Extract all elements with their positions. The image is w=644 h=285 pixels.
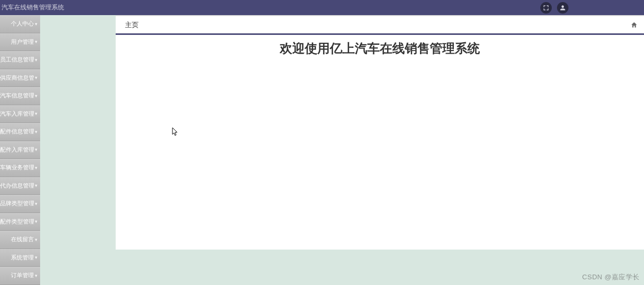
sidebar-item-personal-center[interactable]: 个人中心 ▾ [0,15,40,33]
watermark: CSDN @嘉应学长 [582,272,640,282]
sidebar-item-label: 用户管理 [11,38,34,46]
sidebar-item-label: 系统管理 [11,254,34,262]
expand-icon [542,4,550,11]
chevron-down-icon: ▾ [35,165,38,170]
sidebar-item-label: 汽车信息管理 [0,92,34,100]
chevron-down-icon: ▾ [35,57,38,63]
chevron-down-icon: ▾ [35,183,38,188]
user-icon [559,4,566,11]
chevron-down-icon: ▾ [35,273,38,278]
sidebar-item-label: 个人中心 [11,20,34,28]
sidebar-item-brand-type[interactable]: 品牌类型管理 ▾ [0,195,40,213]
sidebar-item-label: 供应商信息管理 [0,74,34,82]
chevron-down-icon: ▾ [35,75,38,80]
sidebar-item-label: 品牌类型管理 [0,200,34,207]
sidebar-item-label: 代办信息管理 [0,182,34,190]
sidebar-item-order-mgmt[interactable]: 订单管理 ▾ [0,267,40,285]
chevron-down-icon: ▾ [35,111,38,116]
sidebar-item-parts-info[interactable]: 配件信息管理 ▾ [0,123,40,141]
sidebar-item-system-mgmt[interactable]: 系统管理 ▾ [0,249,40,267]
tab-bar: 主页 [116,16,644,35]
sidebar-item-user-mgmt[interactable]: 用户管理 ▾ [0,33,40,52]
sidebar-item-car-inbound[interactable]: 汽车入库管理 ▾ [0,105,40,123]
tab-home[interactable]: 主页 [125,20,139,30]
sidebar-item-label: 车辆业务管理 [0,164,34,171]
chevron-down-icon: ▾ [35,93,38,98]
chevron-down-icon: ▾ [35,237,38,242]
sidebar-item-label: 订单管理 [11,271,34,279]
chevron-down-icon: ▾ [35,129,38,134]
welcome-heading: 欢迎使用亿上汽车在线销售管理系统 [116,35,644,57]
chevron-down-icon: ▾ [35,201,38,206]
app-title: 汽车在线销售管理系统 [2,3,64,12]
main-content: 主页 欢迎使用亿上汽车在线销售管理系统 [116,15,644,250]
sidebar-item-vehicle-business[interactable]: 车辆业务管理 ▾ [0,159,40,177]
chevron-down-icon: ▾ [35,39,38,44]
sidebar-item-online-message[interactable]: 在线留言 ▾ [0,231,40,249]
sidebar-item-label: 配件入库管理 [0,146,34,154]
fullscreen-button[interactable] [540,2,552,14]
sidebar-item-label: 配件信息管理 [0,128,34,135]
home-icon[interactable] [630,21,638,29]
sidebar-item-label: 配件类型管理 [0,218,34,226]
sidebar-item-employee-info[interactable]: 员工信息管理 ▾ [0,51,40,69]
chevron-down-icon: ▾ [35,219,38,224]
sidebar-gap [40,15,116,285]
sidebar-item-agency-info[interactable]: 代办信息管理 ▾ [0,177,40,195]
sidebar-item-label: 汽车入库管理 [0,110,34,118]
sidebar-item-parts-inbound[interactable]: 配件入库管理 ▾ [0,141,40,159]
chevron-down-icon: ▾ [35,21,38,27]
user-button[interactable] [557,2,568,14]
sidebar-item-car-info[interactable]: 汽车信息管理 ▾ [0,87,40,105]
sidebar: 个人中心 ▾ 用户管理 ▾ 员工信息管理 ▾ 供应商信息管理 ▾ 汽车信息管理 … [0,15,40,285]
header-actions [540,2,568,14]
sidebar-item-label: 员工信息管理 [0,56,34,64]
chevron-down-icon: ▾ [35,255,38,260]
sidebar-item-parts-type[interactable]: 配件类型管理 ▾ [0,213,40,231]
chevron-down-icon: ▾ [35,147,38,152]
sidebar-item-supplier-info[interactable]: 供应商信息管理 ▾ [0,69,40,88]
header-bar: 汽车在线销售管理系统 [0,0,644,15]
sidebar-item-label: 在线留言 [11,236,34,243]
